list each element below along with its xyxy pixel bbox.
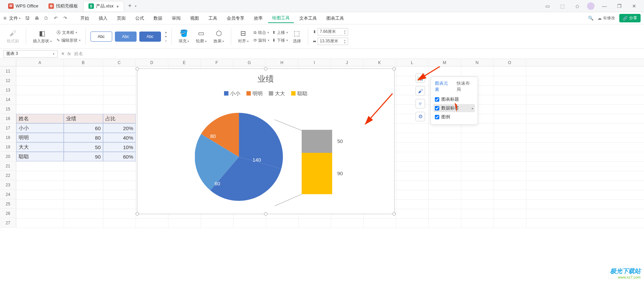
menu-vip[interactable]: 会员专享: [223, 14, 248, 23]
textbox-button[interactable]: Ⓐ文本框▾: [57, 30, 81, 36]
search-icon[interactable]: 🔍: [588, 16, 593, 21]
table-cell[interactable]: 小小: [16, 123, 64, 133]
style-preset-3[interactable]: Abc: [139, 32, 161, 42]
col-header[interactable]: F: [201, 59, 233, 66]
row-header[interactable]: 20: [0, 152, 16, 161]
menu-insert[interactable]: 插入: [95, 14, 112, 23]
row-header[interactable]: 27: [0, 218, 16, 228]
table-cell[interactable]: 明明: [16, 133, 64, 142]
chart-legend[interactable]: 小小 明明 大大 聪聪: [137, 90, 394, 97]
qa-redo-icon[interactable]: ↷: [62, 16, 68, 21]
col-header[interactable]: H: [266, 59, 298, 66]
insert-shape[interactable]: ◧ 插入形状 ▾: [31, 29, 54, 44]
col-header[interactable]: E: [168, 59, 201, 66]
col-header[interactable]: G: [233, 59, 266, 66]
align-button[interactable]: ⊟对齐 ▾: [236, 29, 251, 44]
select-all-corner[interactable]: [0, 59, 16, 66]
resize-handle[interactable]: [393, 212, 396, 216]
row-header[interactable]: 12: [0, 76, 16, 85]
row-header[interactable]: 13: [0, 85, 16, 95]
bar-of-pie[interactable]: 50 90: [302, 130, 332, 194]
chart-style-button[interactable]: 🖌: [416, 86, 425, 96]
resize-handle[interactable]: [136, 212, 139, 216]
col-header[interactable]: N: [461, 59, 494, 66]
avatar[interactable]: [587, 2, 595, 10]
style-preset-2[interactable]: Abc: [115, 32, 137, 42]
row-header[interactable]: 18: [0, 133, 16, 142]
table-header[interactable]: 业绩: [64, 114, 103, 123]
table-cell[interactable]: 40%: [103, 133, 136, 142]
table-cell[interactable]: 20%: [103, 123, 136, 133]
menu-efficiency[interactable]: 效率: [250, 14, 267, 23]
resize-handle[interactable]: [136, 67, 139, 70]
group-button[interactable]: ⧉组合▾: [254, 30, 269, 36]
tab-add-button[interactable]: +: [125, 2, 135, 9]
fx-icon[interactable]: fx: [67, 51, 71, 56]
row-header[interactable]: 15: [0, 104, 16, 114]
row-header[interactable]: 14: [0, 95, 16, 104]
qa-preview-icon[interactable]: 🗋: [43, 16, 49, 21]
table-header[interactable]: 占比: [103, 114, 136, 123]
appbar-icon-3[interactable]: ◇: [572, 3, 582, 9]
col-header[interactable]: M: [428, 59, 461, 66]
chk-chart-title[interactable]: 图表标题: [435, 95, 474, 103]
row-header[interactable]: 22: [0, 171, 16, 180]
menu-review[interactable]: 审阅: [168, 14, 185, 23]
height-input[interactable]: 7.66厘米▴▾: [318, 28, 348, 36]
row-header[interactable]: 19: [0, 142, 16, 152]
table-cell[interactable]: 90: [64, 152, 103, 161]
popup-tab-elements[interactable]: 图表元素: [435, 80, 452, 93]
hamburger-icon[interactable]: ≡: [3, 15, 6, 21]
table-cell[interactable]: 60%: [103, 152, 136, 161]
spreadsheet-grid[interactable]: A B C D E F G H I J K L M N O 1112131415…: [0, 59, 644, 274]
table-cell[interactable]: 10%: [103, 142, 136, 152]
rotate-button[interactable]: ⟳旋转▾: [254, 38, 269, 43]
qa-undo-icon[interactable]: ↶: [53, 16, 59, 21]
chart-filter-button[interactable]: ▿: [416, 99, 425, 108]
menu-data[interactable]: 数据: [149, 14, 166, 23]
col-header[interactable]: D: [136, 59, 168, 66]
menu-view[interactable]: 视图: [186, 14, 203, 23]
window-maximize[interactable]: ❐: [614, 3, 624, 9]
menu-page[interactable]: 页面: [113, 14, 130, 23]
formula-input[interactable]: 姓名: [74, 51, 83, 57]
tab-document[interactable]: S 产品.xlsx ●: [83, 1, 124, 11]
name-box[interactable]: 图表 3▾: [3, 50, 58, 58]
menu-drawtools[interactable]: 绘图工具: [268, 14, 294, 23]
resize-handle[interactable]: [264, 67, 267, 70]
col-header[interactable]: O: [494, 59, 526, 66]
menu-start[interactable]: 开始: [76, 14, 93, 23]
tab-close-icon[interactable]: ●: [116, 4, 119, 9]
chk-data-labels[interactable]: 数据标签▸: [434, 104, 475, 112]
menu-charttools[interactable]: 图表工具: [322, 14, 348, 23]
popup-tab-layout[interactable]: 快速布局: [457, 80, 474, 93]
chart-settings-button[interactable]: ⚙: [416, 112, 425, 121]
window-close[interactable]: ✕: [629, 3, 639, 9]
row-header[interactable]: 21: [0, 161, 16, 171]
chart-elements-button[interactable]: 📊: [416, 73, 425, 83]
col-header[interactable]: J: [331, 59, 363, 66]
col-header[interactable]: C: [103, 59, 136, 66]
col-header[interactable]: I: [298, 59, 331, 66]
share-button[interactable]: 🔗分享: [619, 14, 641, 22]
outline-button[interactable]: ▭轮廓 ▾: [194, 29, 209, 44]
row-header[interactable]: 16: [0, 114, 16, 123]
menu-tools[interactable]: 工具: [204, 14, 221, 23]
row-header[interactable]: 25: [0, 199, 16, 209]
col-header[interactable]: A: [16, 59, 64, 66]
file-menu[interactable]: 文件▾: [9, 15, 21, 21]
col-header[interactable]: L: [396, 59, 428, 66]
table-cell[interactable]: 大大: [16, 142, 64, 152]
appbar-icon-2[interactable]: ⬚: [557, 3, 567, 9]
select-button[interactable]: ⬚选择: [291, 29, 303, 44]
fill-button[interactable]: 🪣填充 ▾: [177, 29, 192, 44]
tab-template[interactable]: ✿ 找稻壳模板: [44, 1, 83, 11]
tab-menu-caret[interactable]: ▾: [135, 4, 137, 8]
row-header[interactable]: 24: [0, 190, 16, 199]
col-header[interactable]: K: [363, 59, 396, 66]
width-input[interactable]: 13.35厘米▴▾: [318, 38, 348, 45]
edit-shape-button[interactable]: ✎编辑形状▾: [57, 38, 81, 43]
row-header[interactable]: 26: [0, 209, 16, 218]
row-header[interactable]: 11: [0, 66, 16, 76]
chevron-right-icon[interactable]: ▸: [472, 106, 474, 110]
